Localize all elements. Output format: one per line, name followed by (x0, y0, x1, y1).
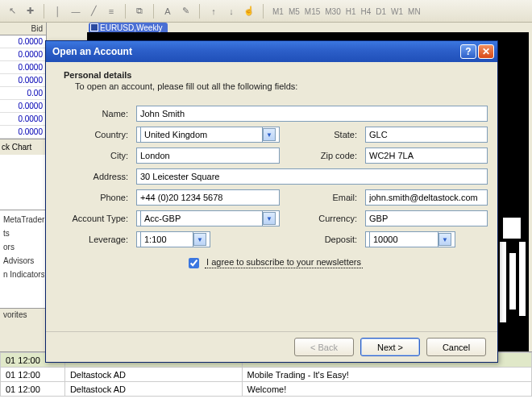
deposit-label: Deposit: (286, 235, 359, 244)
market-watch-cell[interactable]: 0.0000 (0, 35, 46, 48)
email-field[interactable] (365, 189, 488, 206)
period-h1[interactable]: H1 (343, 7, 359, 16)
deposit-combo[interactable]: ▼ (365, 231, 455, 247)
separator (44, 4, 44, 19)
state-label: State: (286, 130, 359, 139)
mail-cell: Mobile Trading - It's Easy! (242, 368, 531, 382)
market-watch-cell[interactable]: 0.00 (0, 87, 46, 100)
separator (263, 4, 264, 19)
navigator-tabbar[interactable]: vorites (0, 308, 47, 322)
vline-icon[interactable]: │ (51, 4, 65, 19)
separator (125, 4, 126, 19)
period-m5[interactable]: M5 (286, 7, 302, 16)
chevron-down-icon[interactable]: ▼ (438, 233, 451, 246)
market-watch-tabbar[interactable]: ck Chart (0, 139, 46, 155)
navigator-item[interactable]: ts (2, 226, 44, 240)
next-button[interactable]: Next > (360, 338, 420, 356)
open-account-dialog: Open an Account ? ✕ Personal details To … (45, 40, 498, 363)
country-field[interactable] (140, 127, 263, 143)
account-type-field[interactable] (140, 210, 263, 226)
main-toolbar: ↖ ✚ │ ― ╱ ≡ ⧉ A ✎ ↑ ↓ ☝ M1M5M15M30H1H4D1… (0, 0, 532, 23)
zip-field[interactable] (365, 147, 488, 164)
navigator-item[interactable]: MetaTrader (2, 213, 44, 226)
period-h4[interactable]: H4 (359, 7, 374, 16)
trendline-icon[interactable]: ╱ (86, 4, 101, 19)
name-field[interactable] (136, 106, 488, 122)
help-button[interactable]: ? (460, 44, 476, 59)
market-watch-header: Bid (0, 23, 46, 35)
period-d1[interactable]: D1 (373, 7, 389, 16)
leverage-field[interactable] (140, 231, 193, 247)
city-field[interactable] (136, 147, 280, 164)
text-icon[interactable]: A (160, 4, 175, 19)
zip-label: Zip code: (286, 151, 359, 160)
channel-icon[interactable]: ≡ (104, 4, 118, 19)
tab-favorites[interactable]: vorites (3, 310, 27, 319)
mail-row[interactable]: 01 12:00Deltastock ADMobile Trading - It… (1, 368, 532, 382)
leverage-combo[interactable]: ▼ (136, 231, 210, 247)
thumb-icon[interactable]: ☝ (242, 4, 256, 19)
market-watch-cell[interactable]: 0.0000 (0, 74, 46, 87)
period-m1[interactable]: M1 (270, 7, 286, 16)
chevron-down-icon[interactable]: ▼ (263, 128, 276, 141)
mail-row[interactable]: 01 12:00Deltastock ADWelcome! (1, 382, 532, 397)
cancel-button[interactable]: Cancel (426, 338, 486, 356)
dialog-body: Personal details To open an account, ple… (46, 62, 497, 331)
market-watch-cell[interactable]: 0.0000 (0, 113, 46, 126)
period-w1[interactable]: W1 (389, 7, 405, 16)
crosshair-icon[interactable]: ✚ (23, 4, 37, 19)
arrow-down-icon[interactable]: ↓ (224, 4, 239, 19)
close-button[interactable]: ✕ (478, 44, 494, 59)
arrow-up-icon[interactable]: ↑ (206, 4, 221, 19)
address-field[interactable] (136, 168, 488, 185)
back-button: < Back (294, 338, 354, 356)
city-label: City: (64, 151, 130, 160)
separator (153, 4, 154, 19)
mail-cell: Deltastock AD (64, 382, 242, 397)
country-combo[interactable]: ▼ (136, 127, 280, 143)
period-m15[interactable]: M15 (302, 7, 322, 16)
dialog-subheading: To open an account, please fill out all … (64, 81, 483, 91)
separator (199, 4, 200, 19)
chart-tab-label: EURUSD,Weekly (100, 23, 163, 32)
account-type-combo[interactable]: ▼ (136, 210, 280, 226)
dialog-button-row: < Back Next > Cancel (46, 331, 497, 362)
mail-cell: 01 12:00 (1, 368, 65, 382)
market-watch-cell[interactable]: 0.0000 (0, 48, 46, 61)
navigator-item[interactable]: ors (2, 240, 44, 254)
currency-label: Currency: (286, 214, 359, 223)
cursor-icon[interactable]: ↖ (5, 4, 19, 19)
agree-checkbox[interactable] (189, 258, 199, 268)
name-label: Name: (64, 109, 130, 118)
navigator-item[interactable]: Advisors (2, 254, 44, 268)
dialog-titlebar[interactable]: Open an Account ? ✕ (46, 41, 497, 62)
phone-field[interactable] (136, 189, 280, 206)
hline-icon[interactable]: ― (69, 4, 83, 19)
market-watch-cell[interactable]: 0.0000 (0, 61, 46, 74)
mail-cell: Welcome! (242, 382, 531, 397)
mail-cell: Deltastock AD (64, 368, 242, 382)
market-watch-cell[interactable]: 0.0000 (0, 126, 46, 139)
navigator-item[interactable]: n Indicators (2, 268, 44, 281)
dialog-title: Open an Account (52, 46, 459, 57)
period-buttons: M1M5M15M30H1H4D1W1MN (270, 6, 423, 16)
period-m30[interactable]: M30 (322, 7, 343, 16)
address-label: Address: (64, 172, 130, 181)
account-type-label: Account Type: (64, 214, 130, 223)
leverage-label: Leverage: (64, 235, 130, 244)
chevron-down-icon[interactable]: ▼ (193, 233, 206, 246)
dialog-heading: Personal details (64, 70, 483, 80)
fibo-icon[interactable]: ⧉ (132, 4, 147, 19)
chart-tab-icon (90, 23, 98, 31)
state-field[interactable] (365, 127, 488, 143)
label-icon[interactable]: ✎ (178, 4, 193, 19)
mail-cell: 01 12:00 (1, 382, 65, 397)
tab-tick-chart[interactable]: ck Chart (2, 143, 31, 152)
market-watch-cell[interactable]: 0.0000 (0, 100, 46, 113)
currency-field[interactable] (365, 210, 488, 226)
deposit-field[interactable] (369, 231, 438, 247)
chevron-down-icon[interactable]: ▼ (263, 212, 276, 225)
period-mn[interactable]: MN (405, 7, 423, 16)
agree-label[interactable]: I agree to subscribe to your newsletters (205, 256, 363, 268)
country-label: Country: (64, 130, 130, 139)
